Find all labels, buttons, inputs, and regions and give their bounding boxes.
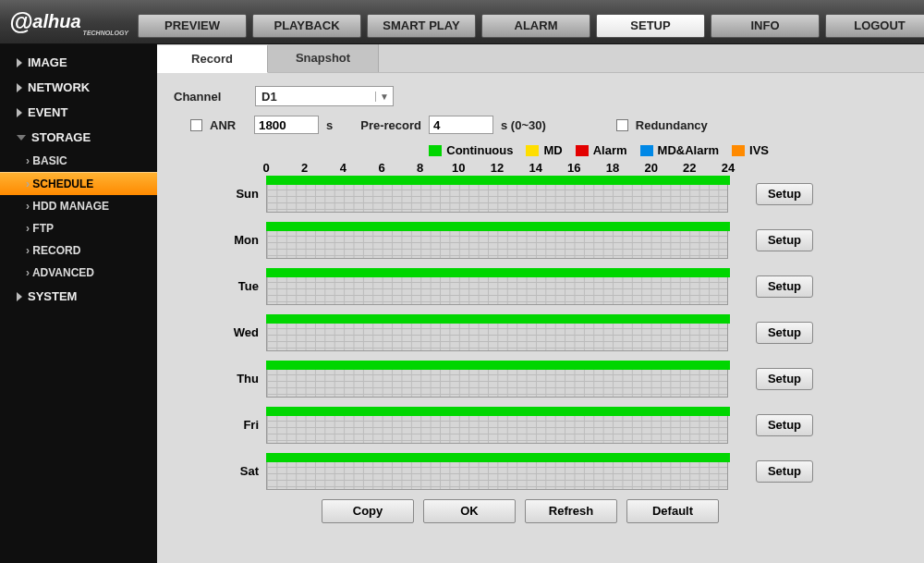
tick-label: 24 (722, 161, 735, 175)
channel-select[interactable]: D1 ▼ (255, 86, 394, 106)
tick-label: 18 (606, 161, 619, 175)
day-label: Thu (229, 361, 266, 386)
default-button[interactable]: Default (626, 499, 719, 523)
schedule-grid[interactable] (266, 407, 728, 444)
sidebar-group-image[interactable]: IMAGE (0, 50, 157, 75)
sidebar-item-ftp[interactable]: FTP (0, 217, 157, 239)
setup-button-thu[interactable]: Setup (756, 368, 813, 390)
day-label: Mon (229, 222, 266, 247)
schedule-row-mon: MonSetup (229, 222, 907, 263)
sidebar-item-hdd-manage[interactable]: HDD MANAGE (0, 195, 157, 217)
sidebar-group-event[interactable]: EVENT (0, 100, 157, 125)
brand-logo: @alhua TECHNOLOGY (0, 4, 138, 43)
prerecord-label: Pre-record (360, 118, 421, 132)
schedule-row-sat: SatSetup (229, 453, 907, 494)
anr-input[interactable] (254, 116, 319, 134)
sidebar-group-storage[interactable]: STORAGE (0, 125, 157, 150)
sidebar-group-system[interactable]: SYSTEM (0, 284, 157, 309)
top-tab-logout[interactable]: LOGOUT (825, 14, 924, 38)
tick-label: 20 (644, 161, 657, 175)
tick-label: 4 (340, 161, 346, 175)
schedule-grid[interactable] (266, 176, 728, 213)
schedule-row-fri: FriSetup (229, 407, 907, 447)
caret-icon (17, 58, 22, 67)
tick-label: 22 (683, 161, 696, 175)
channel-label: Channel (174, 90, 248, 104)
legend-ivs: IVS (732, 143, 769, 157)
continuous-bar (266, 268, 730, 277)
top-tab-setup[interactable]: SETUP (596, 14, 705, 38)
schedule-row-wed: WedSetup (229, 314, 907, 355)
chevron-down-icon: ▼ (375, 92, 389, 102)
schedule-row-tue: TueSetup (229, 268, 907, 309)
setup-button-fri[interactable]: Setup (756, 414, 813, 436)
tick-label: 2 (301, 161, 308, 175)
setup-button-sat[interactable]: Setup (756, 460, 813, 483)
schedule-grid[interactable] (266, 361, 728, 398)
top-tab-info[interactable]: INFO (711, 14, 820, 38)
tick-label: 6 (378, 161, 384, 175)
tick-label: 10 (452, 161, 465, 175)
continuous-bar (266, 361, 730, 370)
continuous-bar (266, 176, 730, 185)
schedule-grid[interactable] (266, 268, 728, 305)
subtab-record[interactable]: Record (157, 45, 268, 73)
setup-button-sun[interactable]: Setup (756, 183, 813, 205)
tick-label: 16 (567, 161, 580, 175)
tick-label: 8 (417, 161, 423, 175)
anr-unit: s (326, 118, 333, 132)
legend-alarm: Alarm (576, 143, 627, 157)
day-label: Sat (229, 453, 266, 478)
caret-icon (17, 108, 22, 117)
copy-button[interactable]: Copy (322, 499, 414, 523)
subtab-snapshot[interactable]: Snapshot (268, 44, 379, 72)
day-label: Fri (229, 407, 266, 432)
anr-checkbox[interactable] (190, 119, 202, 131)
prerecord-input[interactable] (429, 116, 493, 134)
top-tab-playback[interactable]: PLAYBACK (252, 14, 361, 38)
redundancy-checkbox[interactable] (616, 119, 628, 131)
sidebar-item-record[interactable]: RECORD (0, 239, 157, 262)
top-tab-alarm[interactable]: ALARM (481, 14, 590, 38)
setup-button-mon[interactable]: Setup (756, 229, 813, 251)
top-tab-preview[interactable]: PREVIEW (138, 14, 247, 38)
continuous-bar (266, 407, 730, 416)
ok-button[interactable]: OK (423, 499, 516, 523)
day-label: Tue (229, 268, 266, 293)
caret-icon (17, 83, 22, 92)
legend-continuous: Continuous (429, 143, 513, 157)
sidebar-item-basic[interactable]: BASIC (0, 150, 157, 172)
tick-label: 12 (491, 161, 504, 175)
schedule-grid[interactable] (266, 453, 728, 490)
continuous-bar (266, 222, 730, 231)
day-label: Sun (229, 176, 266, 201)
schedule-row-sun: SunSetup (229, 176, 907, 216)
refresh-button[interactable]: Refresh (525, 499, 617, 523)
setup-button-wed[interactable]: Setup (756, 322, 813, 344)
anr-label: ANR (210, 118, 247, 132)
setup-button-tue[interactable]: Setup (756, 275, 813, 298)
schedule-grid[interactable] (266, 314, 728, 351)
prerecord-unit: s (0~30) (501, 118, 546, 132)
sidebar-item-schedule[interactable]: SCHEDULE (0, 172, 157, 195)
caret-icon (17, 292, 22, 301)
redundancy-label: Redundancy (636, 118, 708, 132)
sidebar-group-network[interactable]: NETWORK (0, 75, 157, 100)
caret-icon (17, 135, 26, 141)
continuous-bar (266, 314, 730, 324)
tick-label: 0 (262, 161, 269, 175)
day-label: Wed (229, 314, 266, 339)
top-tab-smart-play[interactable]: SMART PLAY (367, 14, 476, 38)
legend-mdalarm: MD&Alarm (640, 143, 719, 157)
sidebar-item-advanced[interactable]: ADVANCED (0, 262, 157, 284)
tick-label: 14 (529, 161, 541, 175)
legend-md: MD (526, 143, 562, 157)
schedule-grid[interactable] (266, 222, 728, 259)
schedule-row-thu: ThuSetup (229, 361, 907, 401)
continuous-bar (266, 453, 730, 462)
